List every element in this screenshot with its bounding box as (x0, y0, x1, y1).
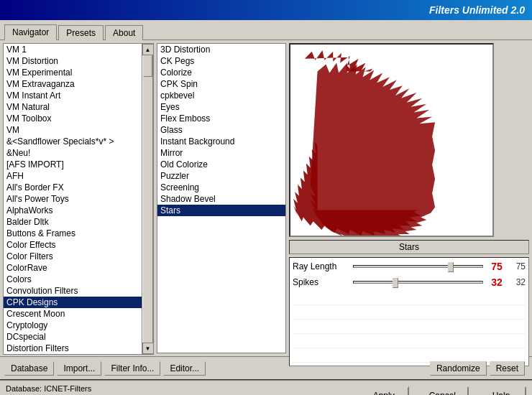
slider-thumb[interactable] (393, 278, 398, 288)
category-item[interactable]: All's Border FX (4, 182, 142, 193)
scroll-down-btn[interactable]: ▼ (142, 343, 154, 354)
slider-value-red: 75 (486, 261, 508, 272)
slider-value-normal: 32 (508, 277, 526, 287)
filter-info-button[interactable]: Filter Info... (104, 361, 160, 376)
category-item[interactable]: [AFS IMPORT] (4, 159, 142, 170)
filter-sublist-item[interactable]: Puzzler (157, 170, 285, 182)
filter-sublist-item[interactable]: Old Colorize (157, 159, 285, 170)
cancel-button[interactable]: Cancel (416, 386, 469, 395)
empty-row (293, 335, 526, 348)
filter-sublist-item[interactable]: Flex Emboss (157, 113, 285, 124)
category-item[interactable]: VM 1 (4, 44, 142, 55)
category-list-container: VM 1VM DistortionVM ExperimentalVM Extra… (3, 43, 154, 355)
sliders-area: Ray Length7575Spikes3232 (289, 257, 529, 366)
database-button[interactable]: Database (4, 361, 54, 376)
filter-sublist-item[interactable]: Screening (157, 182, 285, 193)
preview-area (289, 43, 494, 237)
category-item[interactable]: Crescent Moon (4, 308, 142, 320)
empty-row (293, 307, 526, 320)
filter-sublist-item[interactable]: cpkbevel (157, 90, 285, 101)
category-item[interactable]: VM Natural (4, 101, 142, 113)
category-item[interactable]: Cryptology (4, 320, 142, 331)
category-item[interactable]: All's Power Toys (4, 193, 142, 205)
category-item[interactable]: AlphaWorks (4, 205, 142, 216)
category-item[interactable]: Buttons & Frames (4, 228, 142, 239)
category-item[interactable]: DCspecial (4, 331, 142, 343)
filter-sublist[interactable]: 3D DistortionCK PegsColorizeCPK Spincpkb… (157, 44, 285, 353)
main-content: VM 1VM DistortionVM ExperimentalVM Extra… (0, 40, 532, 356)
slider-track[interactable] (353, 265, 483, 268)
category-item[interactable]: Balder Dltk (4, 216, 142, 228)
category-item[interactable]: VM Toolbox (4, 113, 142, 124)
import-button[interactable]: Import... (57, 361, 101, 376)
filter-name-bar: Stars (289, 240, 529, 254)
category-item[interactable]: VM Distortion (4, 55, 142, 67)
database-label: Database: (6, 384, 42, 393)
category-item[interactable]: VM Experimental (4, 67, 142, 78)
right-panel: Stars Ray Length7575Spikes3232 (289, 43, 529, 353)
category-item[interactable]: Color Effects (4, 239, 142, 251)
category-item[interactable]: ColorRave (4, 262, 142, 274)
filter-sublist-item[interactable]: 3D Distortion (157, 44, 285, 55)
category-item[interactable]: &Neu! (4, 147, 142, 159)
filter-sublist-item[interactable]: Stars (157, 205, 285, 216)
category-item[interactable]: VM (4, 124, 142, 136)
randomize-button[interactable]: Randomize (430, 361, 487, 376)
tab-navigator[interactable]: Navigator (4, 24, 57, 40)
category-item[interactable]: VM Instant Art (4, 90, 142, 101)
app-title: Filters Unlimited 2.0 (429, 4, 525, 16)
reset-button[interactable]: Reset (490, 361, 525, 376)
tabs-container: Navigator Presets About (0, 20, 532, 40)
category-item[interactable]: Distortion Filters (4, 343, 142, 354)
filter-sublist-item[interactable]: CK Pegs (157, 55, 285, 67)
filter-name-label: Stars (399, 242, 419, 252)
tab-presets[interactable]: Presets (58, 25, 104, 40)
category-item[interactable]: VM Extravaganza (4, 78, 142, 90)
category-item[interactable]: Color Filters (4, 251, 142, 262)
slider-row: Ray Length7575 (293, 261, 526, 272)
left-panel: VM 1VM DistortionVM ExperimentalVM Extra… (3, 43, 154, 353)
slider-label: Ray Length (293, 261, 350, 271)
help-button[interactable]: Help (476, 386, 526, 395)
filter-sublist-item[interactable]: Colorize (157, 67, 285, 78)
tab-about[interactable]: About (105, 25, 143, 40)
category-item[interactable]: CPK Designs (4, 297, 142, 308)
filter-sublist-item[interactable]: Mirror (157, 147, 285, 159)
slider-value-red: 32 (486, 276, 508, 288)
database-value: ICNET-Filters (44, 384, 91, 393)
empty-row (293, 292, 526, 305)
database-info: Database: ICNET-Filters (6, 383, 352, 395)
empty-row (293, 321, 526, 334)
filter-sublist-item[interactable]: CPK Spin (157, 78, 285, 90)
category-item[interactable]: Colors (4, 274, 142, 285)
category-item[interactable]: Convolution Filters (4, 285, 142, 297)
category-item[interactable]: AFH (4, 170, 142, 182)
slider-value-normal: 75 (508, 261, 526, 271)
category-list[interactable]: VM 1VM DistortionVM ExperimentalVM Extra… (4, 44, 142, 354)
middle-panel: 3D DistortionCK PegsColorizeCPK Spincpkb… (157, 43, 286, 353)
slider-track[interactable] (353, 281, 483, 284)
status-bar: Database: ICNET-Filters Filters: 1822 Ap… (0, 379, 532, 395)
apply-button[interactable]: Apply (359, 386, 409, 395)
filter-sublist-item[interactable]: Shadow Bevel (157, 193, 285, 205)
category-item[interactable]: &<Sandflower Specials*v* > (4, 136, 142, 147)
slider-label: Spikes (293, 277, 350, 287)
slider-thumb[interactable] (448, 262, 454, 272)
empty-slider-rows (293, 292, 526, 363)
category-scrollbar[interactable]: ▲ ▼ (142, 44, 153, 354)
preview-svg (290, 45, 492, 236)
scroll-track[interactable] (142, 55, 153, 343)
filter-sublist-item[interactable]: Eyes (157, 101, 285, 113)
status-info: Database: ICNET-Filters Filters: 1822 (6, 383, 352, 395)
editor-button[interactable]: Editor... (163, 361, 206, 376)
scroll-thumb[interactable] (143, 55, 152, 77)
slider-row: Spikes3232 (293, 276, 526, 288)
filter-sublist-item[interactable]: Instant Background (157, 136, 285, 147)
filter-sublist-item[interactable]: Glass (157, 124, 285, 136)
scroll-up-btn[interactable]: ▲ (142, 44, 154, 55)
title-bar: Filters Unlimited 2.0 (0, 0, 532, 20)
filter-sublist-container: 3D DistortionCK PegsColorizeCPK Spincpkb… (157, 43, 286, 353)
